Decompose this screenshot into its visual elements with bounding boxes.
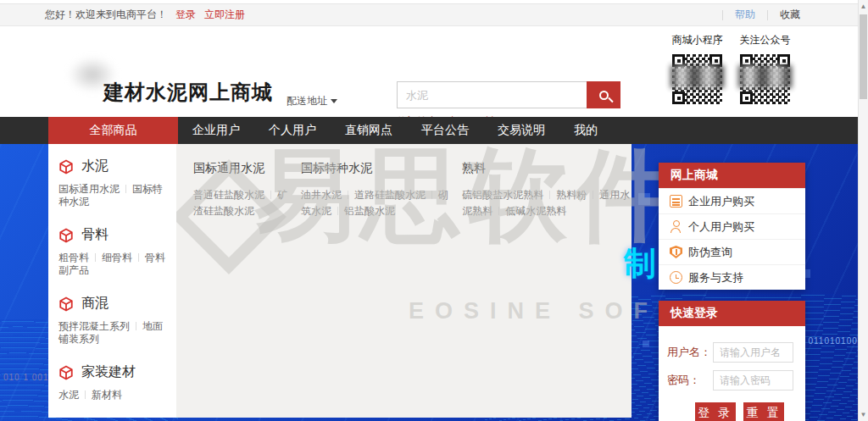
main-nav: 全部商品 企业用户 个人用户 直销网点 平台公告 — [0, 117, 868, 144]
password-field[interactable] — [713, 370, 793, 391]
scrollbar-thumb[interactable] — [860, 14, 867, 99]
reset-button[interactable]: 重 置 — [743, 402, 784, 421]
divider — [337, 207, 338, 215]
password-row: 密码： — [667, 370, 793, 391]
enterprise-icon — [670, 195, 682, 208]
qr-finder — [672, 91, 685, 104]
category-link[interactable]: 低碱水泥熟料 — [505, 205, 566, 217]
scroll-down-arrow[interactable]: ▼ — [859, 411, 868, 418]
mega-menu-column: 国标通用水泥 普通硅盐酸水泥矿渣硅盐酸水泥 — [193, 161, 290, 418]
nav-item[interactable]: 平台公告 — [407, 117, 483, 144]
cube-icon — [58, 159, 74, 174]
content: 101 011010100 010 1 0010 1 制、科 易思软件 EOSI… — [0, 144, 868, 421]
greeting-text: 您好！欢迎来到电商平台！ — [45, 8, 167, 22]
divider — [95, 253, 96, 262]
divider — [270, 191, 271, 199]
category-link[interactable]: 铝盐酸水泥 — [344, 205, 395, 217]
mega-menu-column: 熟料 硫铝酸盐水泥熟料熟料粉通用水泥熟料低碱水泥熟料 — [462, 161, 632, 418]
divider — [125, 185, 126, 193]
category-link[interactable]: 道路硅盐酸水泥 — [354, 189, 426, 201]
mall-panel-title: 网上商城 — [659, 163, 805, 188]
category-name: 家装建材 — [81, 363, 136, 381]
nav-items: 全部商品 企业用户 个人用户 直销网点 平台公告 — [48, 117, 612, 144]
username-field[interactable] — [713, 342, 793, 363]
nav-item-label: 直销网点 — [345, 123, 392, 138]
mega-menu: 国标通用水泥 普通硅盐酸水泥矿渣硅盐酸水泥 国标特种水泥 油井水泥道路硅盐酸水泥… — [176, 144, 632, 418]
category-title[interactable]: 骨料 — [58, 226, 166, 244]
mall-panel-item[interactable]: 服务与支持 — [659, 264, 805, 290]
category-link[interactable]: 粗骨料 — [58, 252, 89, 263]
category-sublinks: 预拌混凝土系列地面铺装系列 — [58, 320, 166, 346]
scrollbar[interactable]: ▲ ▼ — [858, 0, 868, 421]
search-button[interactable] — [587, 81, 620, 108]
category-sublinks: 水泥新材料 — [58, 389, 166, 402]
register-link[interactable]: 立即注册 — [204, 8, 245, 22]
help-link[interactable]: 帮助 — [723, 8, 767, 22]
category-link[interactable]: 水泥 — [58, 389, 79, 401]
search-box — [397, 81, 620, 108]
username-label: 用户名： — [667, 345, 713, 360]
mall-panel: 网上商城 企业用户购买 个人用户购买 防伪查询 — [659, 163, 805, 290]
category-title[interactable]: 商混 — [58, 295, 166, 313]
category-section: 家装建材 水泥新材料 — [58, 363, 166, 402]
nav-item[interactable]: 全部商品 — [48, 117, 178, 144]
category-link[interactable]: 普通硅盐酸水泥 — [193, 189, 264, 201]
mega-column-title: 熟料 — [462, 161, 632, 176]
nav-item[interactable]: 我的 — [559, 117, 612, 144]
category-title[interactable]: 家装建材 — [58, 363, 166, 381]
category-sublinks: 粗骨料细骨料骨料副产品 — [58, 252, 166, 277]
delivery-address-dropdown[interactable]: 配送地址 — [287, 94, 337, 108]
category-link[interactable]: 硫铝酸盐水泥熟料 — [462, 189, 543, 201]
category-section: 骨料 粗骨料细骨料骨料副产品 — [58, 226, 166, 277]
login-link[interactable]: 登录 — [175, 8, 196, 22]
category-name: 骨料 — [81, 226, 108, 244]
mall-panel-item-label: 服务与支持 — [688, 270, 743, 285]
nav-item-label: 个人用户 — [269, 123, 316, 138]
cube-icon — [58, 296, 74, 312]
scroll-up-arrow[interactable]: ▲ — [859, 3, 868, 10]
mall-panel-item-label: 防伪查询 — [688, 245, 732, 260]
mall-panel-item[interactable]: 企业用户购买 — [659, 188, 805, 213]
nav-item[interactable]: 企业用户 — [178, 117, 254, 144]
mall-panel-item-label: 企业用户购买 — [688, 194, 754, 209]
nav-item[interactable]: 个人用户 — [254, 117, 331, 144]
topbar-left: 您好！欢迎来到电商平台！ 登录 立即注册 — [45, 8, 245, 22]
category-title[interactable]: 水泥 — [58, 158, 166, 175]
nav-item[interactable]: 交易说明 — [483, 117, 559, 144]
mega-column-title: 国标通用水泥 — [193, 161, 290, 176]
mega-column-links: 硫铝酸盐水泥熟料熟料粉通用水泥熟料低碱水泥熟料 — [462, 187, 632, 219]
category-sidebar: 水泥 国标通用水泥国标特种水泥 骨料 粗骨料细骨料骨料副产品 — [48, 144, 176, 418]
decoration-square — [638, 193, 650, 205]
qr-group: 商城小程序 关注公众号 — [670, 33, 792, 106]
page: 您好！欢迎来到电商平台！ 登录 立即注册 帮助 收藏 建材水泥网上商城 配送地址… — [0, 0, 868, 421]
favorite-link[interactable]: 收藏 — [768, 8, 812, 22]
clock-icon — [670, 271, 682, 284]
search-icon — [599, 91, 609, 100]
username-row: 用户名： — [667, 342, 793, 363]
mega-column-links: 油井水泥道路硅盐酸水泥砌筑水泥铝盐酸水泥 — [301, 187, 451, 219]
category-link[interactable]: 预拌混凝土系列 — [58, 320, 130, 332]
mega-menu-column: 国标特种水泥 油井水泥道路硅盐酸水泥砌筑水泥铝盐酸水泥 — [301, 161, 451, 418]
category-link[interactable]: 熟料粉 — [556, 189, 587, 201]
category-link[interactable]: 新材料 — [92, 389, 122, 401]
category-link[interactable]: 国标通用水泥 — [58, 183, 120, 195]
topbar-right: 帮助 收藏 — [722, 8, 812, 22]
category-link[interactable]: 细骨料 — [102, 252, 132, 263]
search-input[interactable] — [397, 81, 587, 108]
category-link[interactable]: 油井水泥 — [301, 189, 342, 201]
qr-block-official-account: 关注公众号 — [738, 33, 792, 106]
divider — [136, 322, 136, 330]
mega-column-title: 国标特种水泥 — [301, 161, 451, 176]
divider — [138, 253, 139, 262]
login-button[interactable]: 登 录 — [695, 402, 736, 421]
nav-item-label: 我的 — [574, 123, 598, 138]
mall-panel-item[interactable]: 防伪查询 — [659, 239, 805, 264]
cube-icon — [58, 228, 74, 243]
mega-column-links: 普通硅盐酸水泥矿渣硅盐酸水泥 — [193, 187, 290, 219]
topbar: 您好！欢迎来到电商平台！ 登录 立即注册 帮助 收藏 — [0, 3, 868, 26]
nav-item-label: 平台公告 — [421, 123, 469, 138]
nav-item[interactable]: 直销网点 — [331, 117, 407, 144]
quick-login-panel: 快速登录 用户名： 密码： 登 录 重 置 — [659, 301, 805, 421]
qr-code-official-account — [738, 53, 792, 106]
mall-panel-item[interactable]: 个人用户购买 — [659, 213, 805, 239]
